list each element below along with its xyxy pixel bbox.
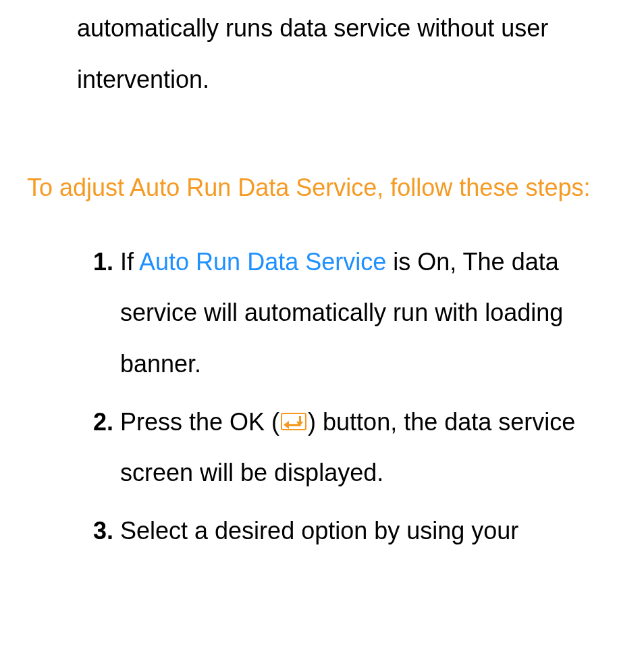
step-text-pre: If <box>120 248 139 276</box>
step-text-pre: Press the OK ( <box>120 408 279 436</box>
section-heading: To adjust Auto Run Data Service, follow … <box>27 162 617 213</box>
step-number: 2. <box>93 397 113 448</box>
steps-list: 1. If Auto Run Data Service is On, The d… <box>27 236 617 557</box>
enter-icon <box>281 413 306 430</box>
step-2: 2. Press the OK () button, the data serv… <box>93 397 617 499</box>
step-number: 3. <box>93 505 113 557</box>
step-text: Select a desired option by using your <box>120 517 518 544</box>
step-3: 3. Select a desired option by using your <box>93 505 617 557</box>
step-1: 1. If Auto Run Data Service is On, The d… <box>93 236 617 390</box>
feature-name: Auto Run Data Service <box>139 248 386 276</box>
intro-text: automatically runs data service without … <box>27 0 617 105</box>
step-number: 1. <box>93 236 113 288</box>
page-content: automatically runs data service without … <box>0 0 644 556</box>
